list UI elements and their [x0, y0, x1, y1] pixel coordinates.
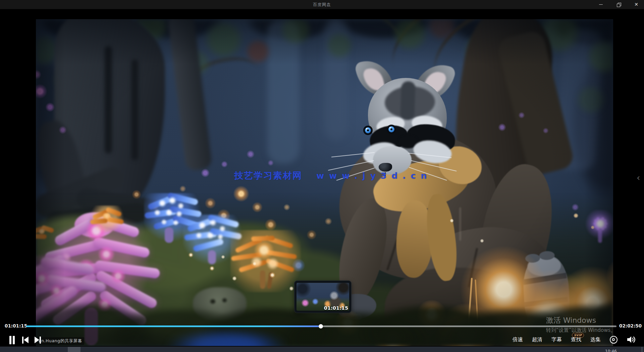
taskbar-app-button[interactable]: [68, 347, 80, 352]
record-target-icon[interactable]: [610, 336, 618, 344]
menu-episodes[interactable]: 选集: [590, 336, 601, 343]
minimize-icon: [599, 4, 603, 5]
svip-badge: SVIP: [572, 333, 584, 338]
title-bar: 百度网盘: [0, 0, 644, 9]
pause-button[interactable]: [9, 336, 15, 344]
site-watermark-name: 技艺学习素材网: [234, 170, 302, 182]
screen-share-banner: an.Huang的共享屏幕: [36, 337, 84, 345]
site-watermark-url: www.jy3d.cn: [316, 171, 432, 181]
taskbar-clock: 10:46: [605, 349, 617, 352]
close-icon: ✕: [634, 0, 638, 9]
seek-preview-thumbnail: 01:01:15: [294, 280, 352, 313]
pause-icon: [9, 336, 11, 344]
menu-speed[interactable]: 倍速: [513, 336, 523, 343]
progress-bar[interactable]: [26, 325, 616, 327]
panel-toggle-chevron[interactable]: ‹: [637, 173, 640, 183]
next-button[interactable]: [35, 337, 41, 344]
taskbar-strip: 10:46: [0, 347, 644, 352]
window-title: 百度网盘: [0, 0, 644, 9]
current-time: 01:01:15: [5, 323, 27, 328]
previous-icon: [22, 337, 23, 344]
taskbar-divider: [642, 347, 642, 352]
seek-preview-time: 01:01:15: [324, 305, 348, 311]
menu-subtitles[interactable]: 字幕: [551, 336, 562, 343]
restore-icon: [617, 3, 621, 7]
app-window: 技艺学习素材网 www.jy3d.cn 01:01:15 01:01:15 02…: [0, 0, 644, 352]
volume-icon: [627, 336, 636, 344]
total-time: 02:02:50: [619, 323, 642, 328]
volume-button[interactable]: [627, 336, 636, 344]
progress-played: [26, 325, 321, 327]
site-watermark: 技艺学习素材网 www.jy3d.cn: [234, 170, 432, 182]
minimize-button[interactable]: [593, 0, 608, 9]
previous-button[interactable]: [22, 337, 29, 344]
close-button[interactable]: ✕: [629, 0, 644, 9]
restore-button[interactable]: [611, 0, 627, 9]
menu-quality[interactable]: 超清: [532, 336, 542, 343]
next-icon: [35, 337, 39, 343]
